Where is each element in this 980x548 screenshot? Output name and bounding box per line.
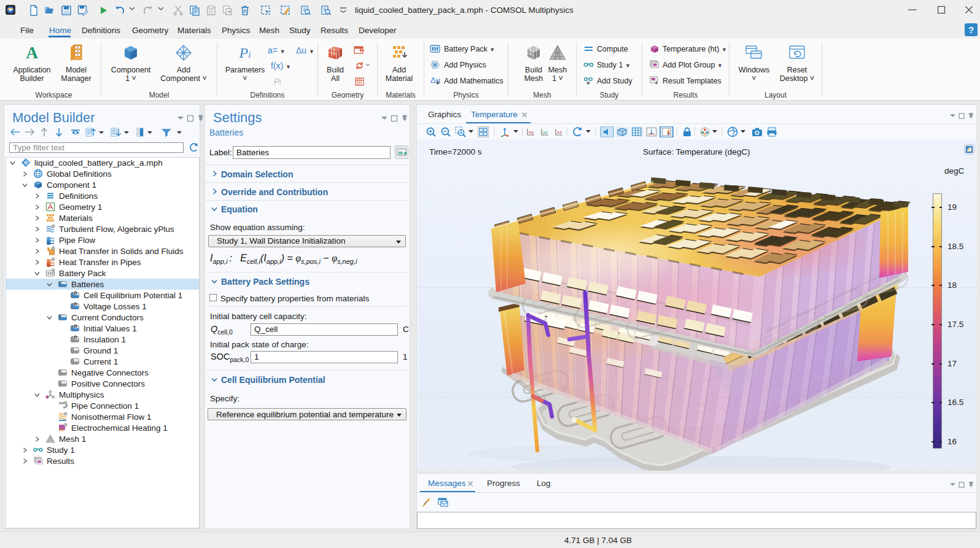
svg-text:xy: xy (529, 129, 534, 135)
svg-text:D: D (74, 302, 77, 306)
svg-text:Pi: Pi (239, 45, 251, 61)
svg-text:D: D (74, 335, 77, 339)
svg-text:A: A (26, 44, 39, 62)
svg-text:xz: xz (557, 129, 562, 135)
svg-text:D: D (74, 291, 77, 295)
svg-text:D: D (74, 324, 77, 328)
svg-text:yz: yz (543, 129, 548, 135)
